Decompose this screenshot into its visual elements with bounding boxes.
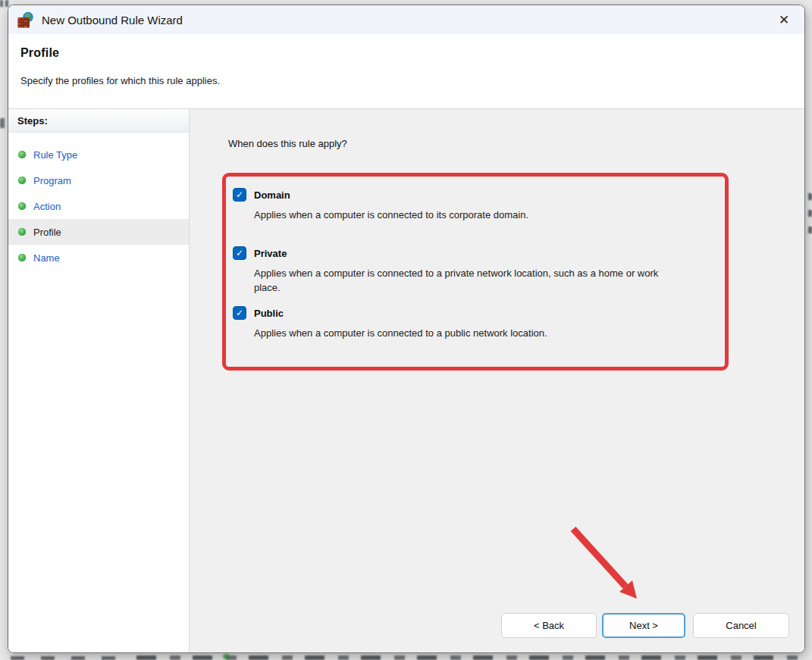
next-button[interactable]: Next > — [602, 613, 685, 638]
wizard-window: New Outbound Rule Wizard ✕ Profile Speci… — [8, 5, 805, 653]
step-label: Rule Type — [33, 149, 77, 161]
step-label: Program — [33, 175, 71, 186]
profile-option-domain: ✓ Domain Applies when a computer is conn… — [233, 188, 528, 222]
steps-list: Rule Type Program Action Profile Name — [8, 133, 189, 271]
checkmark-icon: ✓ — [236, 190, 243, 199]
annotation-arrow-icon — [565, 521, 650, 611]
step-bullet-icon — [18, 228, 26, 236]
step-label: Action — [33, 201, 61, 212]
profile-option-description: Applies when a computer is connected to … — [254, 266, 675, 295]
sidebar-item-action[interactable]: Action — [8, 193, 189, 219]
background-icon-fragment — [223, 654, 230, 659]
steps-sidebar: Steps: Rule Type Program Action Profile — [8, 109, 190, 652]
sidebar-item-program[interactable]: Program — [8, 167, 189, 193]
step-bullet-icon — [18, 151, 26, 158]
sidebar-item-profile[interactable]: Profile — [8, 219, 189, 245]
profile-option-label[interactable]: Domain — [254, 189, 290, 201]
profile-option-public: ✓ Public Applies when a computer is conn… — [233, 306, 547, 340]
step-label: Name — [33, 252, 60, 264]
wizard-body: Steps: Rule Type Program Action Profile — [8, 108, 804, 652]
checkmark-icon: ✓ — [236, 249, 243, 258]
titlebar: New Outbound Rule Wizard ✕ — [8, 5, 804, 34]
close-icon[interactable]: ✕ — [773, 8, 795, 31]
window-title: New Outbound Rule Wizard — [42, 14, 183, 27]
sidebar-item-rule-type[interactable]: Rule Type — [8, 142, 189, 167]
page-subtitle: Specify the profiles for which this rule… — [20, 75, 792, 86]
profile-option-label[interactable]: Public — [254, 308, 284, 319]
step-bullet-icon — [18, 177, 26, 184]
sidebar-item-name[interactable]: Name — [8, 245, 189, 271]
firewall-icon — [17, 11, 34, 28]
step-label: Profile — [33, 227, 61, 238]
profile-option-description: Applies when a computer is connected to … — [254, 326, 547, 340]
background-text-fragment — [0, 118, 5, 128]
private-checkbox[interactable]: ✓ — [233, 246, 246, 260]
profile-option-label[interactable]: Private — [254, 248, 287, 259]
step-bullet-icon — [18, 202, 26, 210]
question-text: When does this rule apply? — [228, 138, 347, 149]
profile-option-private: ✓ Private Applies when a computer is con… — [233, 246, 675, 295]
step-bullet-icon — [18, 254, 26, 261]
public-checkbox[interactable]: ✓ — [233, 306, 246, 320]
background-text-fragment — [11, 656, 132, 660]
cancel-button[interactable]: Cancel — [693, 613, 789, 638]
profile-option-description: Applies when a computer is connected to … — [254, 208, 528, 222]
checkmark-icon: ✓ — [236, 308, 243, 317]
steps-heading: Steps: — [8, 109, 189, 133]
background-text-fragment — [808, 193, 812, 235]
main-pane: When does this rule apply? ✓ Domain Appl… — [190, 109, 804, 652]
domain-checkbox[interactable]: ✓ — [233, 188, 246, 202]
page-title: Profile — [20, 46, 792, 60]
back-button[interactable]: < Back — [501, 613, 597, 638]
background-text-fragment — [136, 655, 804, 660]
wizard-page-header: Profile Specify the profiles for which t… — [8, 34, 804, 108]
